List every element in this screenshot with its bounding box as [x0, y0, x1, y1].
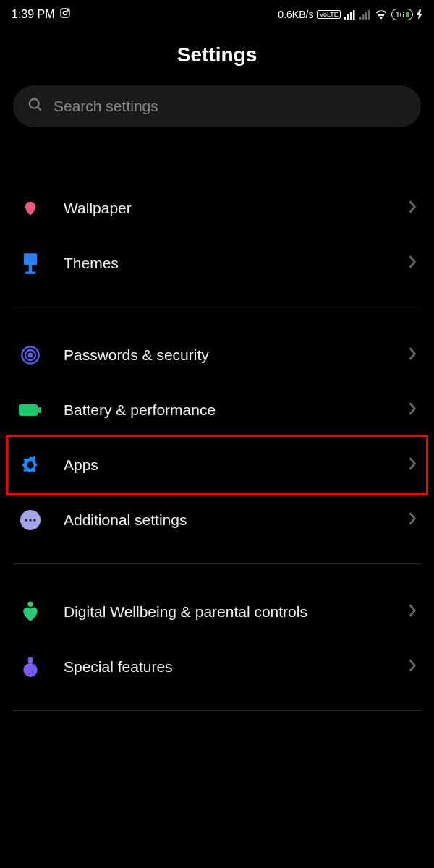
- svg-rect-10: [368, 10, 370, 20]
- settings-row-label: Themes: [64, 253, 388, 273]
- settings-group: Wallpaper Themes: [0, 181, 434, 291]
- svg-rect-9: [365, 12, 367, 20]
- section-divider: [13, 710, 421, 711]
- settings-row-themes[interactable]: Themes: [0, 236, 434, 291]
- page-title: Settings: [0, 43, 434, 67]
- battery-icon: [17, 397, 43, 423]
- signal2-icon: [359, 9, 371, 20]
- heart-icon: [17, 599, 43, 625]
- settings-row-label: Special features: [64, 657, 388, 676]
- svg-rect-28: [28, 657, 33, 663]
- svg-point-30: [32, 671, 34, 673]
- chevron-right-icon: [408, 346, 417, 364]
- volte-icon: VoLTE: [317, 10, 340, 19]
- settings-row-wallpaper[interactable]: Wallpaper: [0, 181, 434, 236]
- charging-icon: [417, 9, 422, 20]
- svg-point-26: [33, 519, 36, 522]
- svg-point-12: [30, 99, 39, 109]
- settings-row-passwords-security[interactable]: Passwords & security: [0, 328, 434, 383]
- svg-line-13: [38, 107, 41, 111]
- svg-point-2: [67, 10, 68, 11]
- chevron-right-icon: [408, 658, 417, 676]
- settings-row-additional-settings[interactable]: Additional settings: [0, 493, 434, 548]
- settings-row-label: Passwords & security: [64, 345, 388, 365]
- settings-row-label: Additional settings: [64, 510, 388, 529]
- settings-row-digital-wellbeing[interactable]: Digital Wellbeing & parental controls: [0, 584, 434, 639]
- svg-rect-5: [350, 12, 352, 20]
- settings-row-label: Apps: [64, 455, 388, 475]
- svg-point-24: [25, 519, 27, 522]
- svg-rect-11: [406, 12, 409, 17]
- status-bar: 1:39 PM 0.6KB/s VoLTE 16: [0, 0, 434, 29]
- chevron-right-icon: [408, 401, 417, 419]
- themes-icon: [17, 250, 43, 276]
- gear-icon: [17, 452, 43, 478]
- wifi-icon: [375, 9, 388, 20]
- svg-rect-20: [19, 404, 38, 416]
- instagram-icon: [59, 7, 71, 22]
- chevron-right-icon: [408, 200, 417, 217]
- section-divider: [13, 563, 421, 564]
- battery-icon-status: 16: [391, 9, 413, 20]
- wallpaper-icon: [17, 195, 43, 221]
- settings-row-battery-performance[interactable]: Battery & performance: [0, 383, 434, 438]
- search-input[interactable]: Search settings: [13, 85, 421, 127]
- chevron-right-icon: [408, 603, 417, 621]
- flask-icon: [17, 654, 43, 680]
- svg-point-31: [28, 673, 30, 675]
- svg-point-22: [27, 461, 33, 468]
- svg-point-29: [23, 663, 37, 677]
- svg-point-19: [29, 354, 33, 357]
- section-divider: [13, 307, 421, 307]
- svg-point-27: [27, 602, 33, 608]
- svg-point-1: [63, 11, 67, 14]
- status-time: 1:39 PM: [12, 8, 55, 21]
- chevron-right-icon: [408, 511, 417, 529]
- chevron-right-icon: [408, 255, 417, 272]
- svg-rect-16: [25, 271, 35, 273]
- settings-row-label: Digital Wellbeing & parental controls: [64, 602, 388, 621]
- svg-rect-7: [359, 17, 362, 20]
- search-icon: [27, 97, 43, 116]
- settings-group: Passwords & security Battery & performan…: [0, 328, 434, 548]
- settings-row-label: Battery & performance: [64, 400, 388, 420]
- chevron-right-icon: [408, 456, 417, 474]
- settings-row-label: Wallpaper: [64, 198, 388, 218]
- search-placeholder: Search settings: [54, 98, 158, 115]
- svg-rect-6: [353, 10, 355, 20]
- status-data-rate: 0.6KB/s: [278, 9, 313, 20]
- svg-point-25: [29, 519, 32, 522]
- dots-icon: [17, 507, 43, 533]
- signal-icon: [344, 9, 356, 20]
- svg-rect-14: [24, 253, 37, 265]
- settings-group: Digital Wellbeing & parental controls Sp…: [0, 584, 434, 694]
- svg-rect-21: [38, 407, 41, 413]
- fingerprint-icon: [17, 342, 43, 368]
- svg-rect-4: [347, 14, 349, 20]
- settings-row-apps[interactable]: Apps: [0, 438, 434, 493]
- svg-rect-8: [362, 14, 365, 20]
- svg-rect-3: [344, 17, 346, 20]
- settings-row-special-features[interactable]: Special features: [0, 639, 434, 694]
